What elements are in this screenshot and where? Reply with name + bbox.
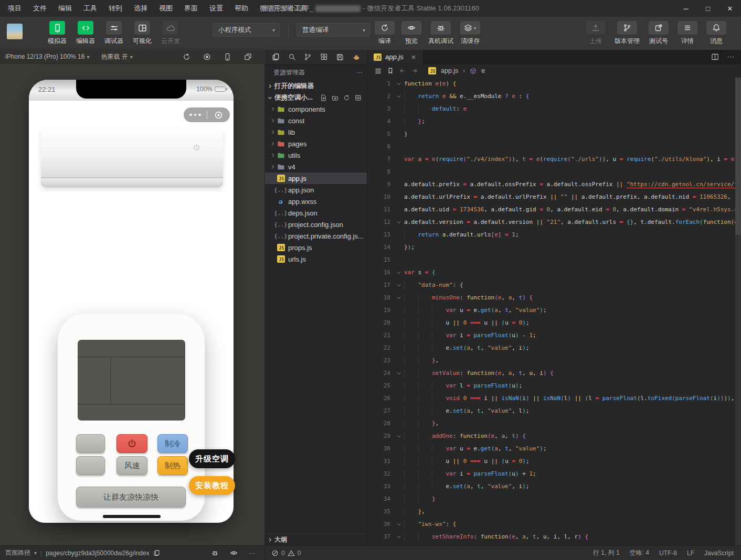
arrow-left-icon[interactable]	[399, 67, 406, 74]
right-action-external-button[interactable]: 测试号	[649, 21, 669, 46]
tree-item-project-private-config-js-[interactable]: {..}project.private.config.js...	[265, 230, 367, 242]
code-line-10[interactable]: 10a.default.urlPrefix = a.default.urlPre…	[367, 191, 741, 203]
bug-icon[interactable]	[211, 549, 219, 557]
menu-5[interactable]: 转到	[103, 0, 128, 17]
more-icon[interactable]: ···	[356, 69, 363, 76]
exit-target-icon[interactable]	[207, 111, 230, 120]
menu-1[interactable]: 项目	[2, 0, 27, 17]
fold-chevron-icon[interactable]	[394, 216, 404, 229]
right-action-bell-button[interactable]: 消息	[706, 21, 726, 46]
code-line-28[interactable]: 28 },	[367, 417, 741, 430]
remote-power-button[interactable]	[117, 434, 147, 453]
tree-item-deps-json[interactable]: {..}deps.json	[265, 207, 367, 219]
menu-8[interactable]: 界面	[178, 0, 204, 17]
tree-item-props-js[interactable]: JSprops.js	[265, 242, 367, 253]
npm-icon[interactable]	[336, 53, 344, 61]
device-icon[interactable]	[224, 53, 231, 61]
avatar[interactable]	[7, 24, 23, 39]
multi-window-icon[interactable]	[244, 53, 252, 61]
right-action-branch-button[interactable]: 版本管理	[615, 21, 640, 46]
code-line-7[interactable]: 7var a = e(require("./v4/index")), t = e…	[367, 153, 741, 166]
code-line-31[interactable]: 31 u || 0 === u || (u = 0);	[367, 455, 741, 468]
open-editors-section[interactable]: 打开的编辑器	[265, 80, 367, 92]
hot-reload-toggle[interactable]: 热重载 开 ▾	[101, 52, 132, 61]
code-line-1[interactable]: 1function e(e) {	[367, 78, 741, 90]
code-line-6[interactable]: 6	[367, 141, 741, 153]
files-icon[interactable]	[272, 53, 280, 61]
code-line-17[interactable]: 17 "data-num": {	[367, 279, 741, 292]
split-editor-icon[interactable]	[711, 53, 719, 61]
new-folder-icon[interactable]	[332, 94, 338, 101]
install-tutorial-pill[interactable]: 安装教程	[189, 476, 235, 495]
fold-chevron-icon[interactable]	[394, 90, 404, 103]
page-path-label[interactable]: 页面路径	[5, 548, 30, 557]
tab-app-js[interactable]: JS app.js	[367, 50, 424, 64]
tree-item-app-js[interactable]: JSapp.js	[265, 173, 367, 184]
remote-cool-button[interactable]: 制冷	[157, 434, 188, 453]
tree-item-urls-js[interactable]: JSurls.js	[265, 253, 367, 265]
compile-mode-dropdown[interactable]: 普通编译 ▾	[297, 23, 370, 37]
tree-item-const[interactable]: const	[265, 115, 367, 126]
code-line-24[interactable]: 24 setValue: function(e, a, t, u, i) {	[367, 367, 741, 380]
code-line-21[interactable]: 21 var i = parseFloat(u) - 1;	[367, 329, 741, 342]
action-bug-button[interactable]: 真机调试	[428, 21, 453, 46]
menu-6[interactable]: 选择	[128, 0, 153, 17]
menu-2[interactable]: 文件	[27, 0, 52, 17]
maximize-button[interactable]: □	[697, 0, 719, 17]
teapot-icon[interactable]	[352, 53, 360, 61]
code-line-2[interactable]: 2 return e && e.__esModule ? e : {	[367, 90, 741, 103]
fold-chevron-icon[interactable]	[394, 279, 404, 292]
code-line-30[interactable]: 30 var u = e.get(a, t, "value");	[367, 443, 741, 455]
code-line-12[interactable]: 12a.default.version = a.default.version …	[367, 216, 741, 229]
right-action-upload-button[interactable]: 上传	[586, 21, 606, 46]
action-eye-button[interactable]: 预览	[401, 21, 421, 46]
close-button[interactable]: ✕	[719, 0, 741, 17]
code-line-14[interactable]: 14});	[367, 241, 741, 254]
cursor-position[interactable]: 行 1, 列 1	[593, 548, 620, 557]
tree-item-v4[interactable]: v4	[265, 161, 367, 173]
code-line-33[interactable]: 33 e.set(a, t, "value", i);	[367, 480, 741, 493]
remote-fan-button[interactable]: 风速	[117, 456, 147, 475]
project-root-section[interactable]: 便携空调小...	[265, 92, 367, 103]
code-line-32[interactable]: 32 var i = parseFloat(u) + 1;	[367, 468, 741, 480]
fold-chevron-icon[interactable]	[394, 430, 404, 443]
refresh-explorer-icon[interactable]	[343, 94, 350, 101]
refresh-icon[interactable]	[183, 53, 190, 61]
menu-10[interactable]: 帮助	[229, 0, 254, 17]
eye-icon[interactable]	[230, 549, 238, 557]
more-icon[interactable]	[727, 53, 735, 61]
more-dots-icon[interactable]	[184, 114, 207, 116]
tool-cloud[interactable]: 云开发	[161, 21, 181, 46]
extensions-icon[interactable]	[320, 53, 328, 61]
upgrade-ac-pill[interactable]: 升级空调	[189, 449, 235, 468]
collapse-all-icon[interactable]	[355, 94, 362, 101]
tree-item-project-config-json[interactable]: {..}project.config.json	[265, 219, 367, 230]
tree-item-lib[interactable]: lib	[265, 126, 367, 138]
fold-chevron-icon[interactable]	[394, 292, 404, 304]
language-mode[interactable]: JavaScript	[704, 550, 734, 557]
code-line-20[interactable]: 20 u || 0 === u || (u = 0);	[367, 317, 741, 329]
tool-phone[interactable]: 模拟器	[47, 21, 67, 46]
indent-setting[interactable]: 空格: 4	[630, 548, 649, 557]
menu-3[interactable]: 编辑	[52, 0, 78, 17]
more-icon[interactable]: ···	[249, 550, 255, 557]
new-file-icon[interactable]	[320, 94, 327, 101]
code-line-29[interactable]: 29 addOne: function(e, a, t) {	[367, 430, 741, 443]
code-line-34[interactable]: 34 }	[367, 493, 741, 505]
code-line-36[interactable]: 36 "iwx-wx": {	[367, 518, 741, 531]
code-line-3[interactable]: 3 default: e	[367, 103, 741, 115]
stop-icon[interactable]	[203, 53, 211, 61]
encoding[interactable]: UTF-8	[659, 550, 677, 557]
bookmark-icon[interactable]	[387, 67, 394, 74]
fold-chevron-icon[interactable]	[394, 531, 404, 543]
code-line-4[interactable]: 4 };	[367, 115, 741, 128]
code-line-26[interactable]: 26 void 0 === i || isNaN(i) || isNaN(l) …	[367, 392, 741, 405]
minimize-button[interactable]: ─	[675, 0, 697, 17]
menu-9[interactable]: 设置	[204, 0, 229, 17]
tree-item-utils[interactable]: utils	[265, 149, 367, 161]
code-line-37[interactable]: 37 setShareInfo: function(e, a, t, u, i,…	[367, 531, 741, 543]
menu-7[interactable]: 视图	[153, 0, 178, 17]
remote-blank-button-2[interactable]	[76, 456, 105, 475]
fold-chevron-icon[interactable]	[394, 518, 404, 531]
outline-section[interactable]: 大纲	[265, 534, 367, 545]
